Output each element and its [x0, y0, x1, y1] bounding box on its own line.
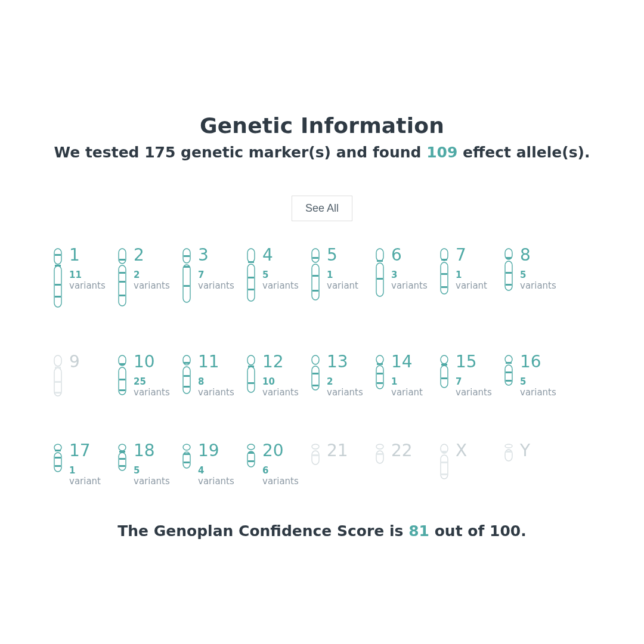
chromosome-number: X — [456, 442, 467, 460]
chromosome-10[interactable]: 1025variants — [118, 353, 167, 399]
svg-rect-23 — [312, 264, 319, 300]
chromosome-12[interactable]: 1210variants — [247, 353, 296, 399]
svg-rect-60 — [312, 355, 319, 364]
svg-rect-56 — [247, 355, 255, 365]
chromosome-21: 21 — [311, 442, 360, 487]
chromosome-number: 16 — [520, 353, 556, 371]
svg-rect-70 — [441, 366, 448, 388]
chromosome-number: 18 — [134, 442, 170, 460]
svg-rect-79 — [54, 453, 61, 472]
svg-rect-88 — [183, 444, 190, 450]
see-all-button[interactable]: See All — [292, 196, 352, 221]
svg-rect-22 — [312, 249, 319, 262]
variant-count: 1 — [69, 466, 101, 476]
svg-rect-52 — [183, 367, 190, 394]
chromosome-17[interactable]: 171variant — [54, 442, 103, 487]
variant-word: variants — [134, 388, 170, 398]
variant-word: variants — [262, 281, 299, 291]
svg-rect-40 — [506, 284, 512, 286]
variant-word: variants — [198, 281, 234, 291]
svg-rect-25 — [312, 275, 318, 277]
chromosome-icon — [504, 248, 515, 293]
chromosome-icon — [54, 248, 64, 310]
chromosome-11[interactable]: 118variants — [182, 353, 231, 399]
page-title: Genetic Information — [54, 113, 590, 138]
score-suffix: out of 100. — [429, 522, 527, 540]
svg-rect-10 — [119, 281, 125, 283]
chromosome-icon — [182, 444, 193, 471]
svg-rect-59 — [248, 382, 254, 384]
chromosome-20[interactable]: 206variants — [247, 442, 296, 487]
svg-rect-9 — [119, 272, 125, 274]
svg-rect-48 — [119, 363, 125, 365]
variant-count: 3 — [391, 270, 428, 280]
chromosome-number: 22 — [391, 442, 413, 460]
chromosome-1[interactable]: 111variants — [54, 246, 103, 310]
svg-rect-24 — [312, 257, 318, 259]
svg-rect-5 — [55, 296, 61, 298]
chromosome-number: 14 — [391, 353, 423, 371]
svg-rect-81 — [55, 457, 61, 459]
variant-count: 5 — [262, 270, 299, 280]
svg-rect-64 — [376, 355, 383, 364]
chromosome-7[interactable]: 71variant — [440, 246, 489, 310]
confidence-score: The Genoplan Confidence Score is 81 out … — [54, 522, 590, 540]
svg-rect-35 — [441, 286, 447, 288]
chromosome-16[interactable]: 165variants — [504, 353, 553, 399]
svg-rect-109 — [506, 451, 512, 453]
chromosome-icon — [311, 355, 322, 393]
variant-count: 1 — [391, 377, 423, 387]
chromosome-5[interactable]: 51variant — [311, 246, 360, 310]
variant-count: 5 — [520, 270, 556, 280]
chromosome-3[interactable]: 37variants — [182, 246, 231, 310]
svg-rect-62 — [312, 373, 318, 374]
chromosome-icon — [247, 444, 258, 470]
chromosome-2[interactable]: 22variants — [118, 246, 167, 310]
subtitle-suffix: effect allele(s). — [457, 144, 590, 161]
chromosome-icon — [54, 444, 64, 475]
svg-rect-0 — [54, 249, 61, 264]
svg-rect-95 — [248, 460, 254, 462]
chromosome-18[interactable]: 185variants — [118, 442, 167, 487]
chromosome-icon — [182, 248, 193, 305]
svg-rect-33 — [441, 259, 447, 261]
chromosome-4[interactable]: 45variants — [247, 246, 296, 310]
svg-rect-100 — [376, 451, 383, 463]
chromosome-6[interactable]: 63variants — [376, 246, 425, 310]
chromosome-number: 7 — [456, 246, 487, 265]
variant-word: variants — [262, 388, 299, 398]
chromosome-number: Y — [520, 442, 530, 460]
svg-rect-13 — [183, 265, 190, 302]
score-value: 81 — [408, 522, 429, 540]
svg-rect-105 — [441, 462, 447, 463]
svg-rect-43 — [55, 367, 61, 369]
variant-count: 1 — [327, 270, 358, 280]
variant-word: variant — [69, 476, 101, 487]
chromosome-number: 8 — [520, 246, 556, 265]
chromosome-13[interactable]: 132variants — [311, 353, 360, 399]
svg-rect-27 — [376, 249, 383, 261]
svg-rect-15 — [184, 266, 190, 268]
svg-rect-49 — [119, 379, 125, 380]
chromosome-15[interactable]: 157variants — [440, 353, 489, 399]
svg-rect-18 — [247, 264, 255, 301]
chromosome-number: 19 — [198, 442, 234, 460]
svg-rect-39 — [506, 272, 512, 274]
svg-rect-65 — [376, 366, 383, 389]
svg-rect-87 — [119, 465, 125, 467]
chromosome-icon — [504, 444, 515, 464]
variant-count: 2 — [327, 377, 363, 387]
variant-count: 7 — [198, 270, 234, 280]
subtitle-mid: genetic marker(s) and found — [175, 144, 426, 161]
svg-rect-74 — [505, 365, 512, 385]
chromosome-14[interactable]: 141variant — [376, 353, 425, 399]
variant-word: variant — [327, 281, 358, 291]
chromosome-icon — [182, 355, 193, 397]
svg-rect-67 — [377, 373, 383, 374]
subtitle: We tested 175 genetic marker(s) and foun… — [54, 144, 590, 161]
chromosome-8[interactable]: 85variants — [504, 246, 553, 310]
chromosome-19[interactable]: 194variants — [182, 442, 231, 487]
chromosome-icon — [376, 248, 386, 299]
svg-rect-17 — [247, 249, 255, 262]
variant-count: 4 — [198, 466, 234, 476]
